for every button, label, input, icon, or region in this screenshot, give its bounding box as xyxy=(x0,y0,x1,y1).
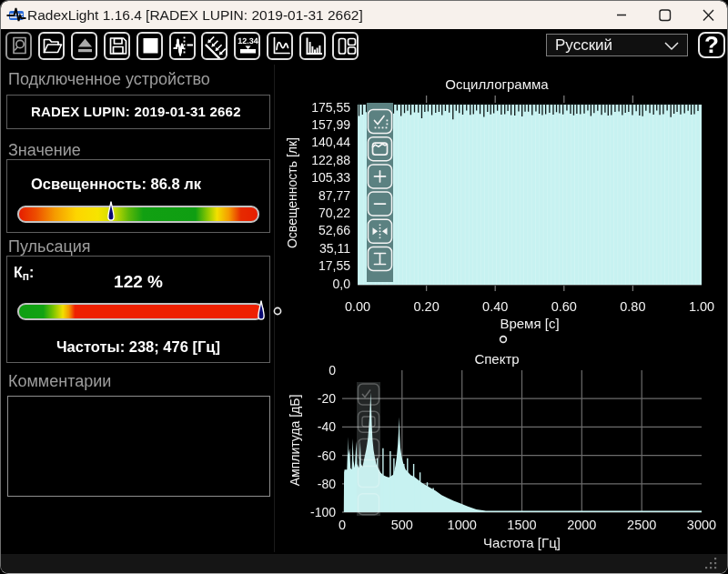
svg-text:Освещенность [лк]: Освещенность [лк] xyxy=(285,137,299,248)
svg-text:12.34: 12.34 xyxy=(238,36,258,45)
svg-text:0: 0 xyxy=(329,363,336,378)
svg-text:17,55: 17,55 xyxy=(318,258,350,273)
svg-text:0.00: 0.00 xyxy=(345,299,370,314)
svg-text:175,55: 175,55 xyxy=(311,100,350,115)
svg-text:-100: -100 xyxy=(310,505,336,519)
svg-text:87,77: 87,77 xyxy=(318,188,350,203)
svg-text:Амплитуда [дБ]: Амплитуда [дБ] xyxy=(288,395,302,487)
svg-text:122,88: 122,88 xyxy=(311,153,350,167)
svg-text:0.80: 0.80 xyxy=(620,299,645,314)
svg-text:35,11: 35,11 xyxy=(319,241,350,256)
svg-text:0: 0 xyxy=(339,518,346,532)
svg-text:Осциллограмма: Осциллограмма xyxy=(445,76,549,92)
svg-text:-20: -20 xyxy=(318,391,336,406)
svg-text:105,33: 105,33 xyxy=(311,170,350,185)
svg-text:70,22: 70,22 xyxy=(318,206,350,220)
svg-text:52,66: 52,66 xyxy=(318,223,350,237)
svg-text:140,44: 140,44 xyxy=(311,135,350,149)
svg-text:2000: 2000 xyxy=(567,518,596,532)
svg-text:0.40: 0.40 xyxy=(482,299,508,314)
svg-text:157,99: 157,99 xyxy=(311,117,350,132)
svg-text:1000: 1000 xyxy=(448,518,477,532)
svg-text:Частота [Гц]: Частота [Гц] xyxy=(483,535,561,550)
svg-text:500: 500 xyxy=(391,518,413,532)
svg-text:0.20: 0.20 xyxy=(413,299,439,314)
svg-text:Время [с]: Время [с] xyxy=(500,316,559,331)
svg-text:-40: -40 xyxy=(318,419,336,434)
svg-text:2500: 2500 xyxy=(627,518,656,532)
svg-text:-80: -80 xyxy=(318,477,336,491)
svg-text:0,0: 0,0 xyxy=(333,277,351,291)
svg-text:Спектр: Спектр xyxy=(474,351,519,367)
svg-text:1.00: 1.00 xyxy=(689,299,714,314)
svg-text:0.60: 0.60 xyxy=(551,299,577,314)
svg-text:1500: 1500 xyxy=(507,518,536,532)
svg-text:3000: 3000 xyxy=(687,518,716,532)
svg-text:-60: -60 xyxy=(318,448,336,463)
